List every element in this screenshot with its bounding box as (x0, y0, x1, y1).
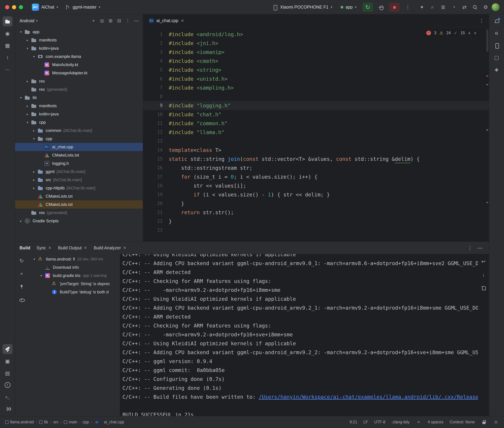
tree-row[interactable]: ▾kotlin+java (15, 44, 143, 52)
code-line[interactable]: 11#include "common.h" (143, 119, 489, 128)
tool-project-button[interactable] (3, 16, 13, 26)
code-line[interactable]: 23 (143, 226, 489, 235)
breadcrumb-item[interactable]: cpp (83, 420, 89, 424)
stop-build-button[interactable] (17, 269, 26, 278)
project-widget[interactable]: AC AiChat ▾ (29, 2, 60, 12)
locate-file-button[interactable] (98, 16, 106, 25)
console-link[interactable]: /Users/hanyin/Workspace/ai-chat/examples… (259, 394, 478, 400)
tree-row[interactable]: ▸manifests (15, 36, 143, 44)
chevron-right-icon[interactable]: ▸ (17, 219, 24, 223)
tree-row[interactable]: MainActivity.kt (15, 61, 143, 69)
status-item[interactable]: LF (363, 420, 368, 424)
scrollbar-thumb[interactable] (486, 29, 488, 52)
chevron-right-icon[interactable]: ▸ (24, 79, 31, 83)
tree-row[interactable]: ▸common[AiChat.lib.main] (15, 126, 143, 135)
status-item[interactable]: 9:21 (350, 420, 357, 424)
build-tree-row[interactable]: 'jvmTarget: String' is deprec (28, 280, 120, 288)
tree-row[interactable]: ▾lib (15, 93, 143, 102)
chevron-down-icon[interactable]: ▾ (17, 30, 24, 34)
close-tab-icon[interactable]: × (123, 245, 127, 251)
tree-row[interactable]: ▾app (15, 28, 143, 36)
next-problem-button[interactable]: ∨ (474, 31, 477, 35)
more-actions-button[interactable] (403, 3, 412, 12)
profiler-button[interactable] (449, 3, 458, 12)
chevron-down-icon[interactable]: ▾ (31, 55, 37, 58)
tree-row[interactable]: ▸cpp-httplib[AiChat.lib.main] (15, 184, 143, 192)
device-selector[interactable]: Xiaomi POCOPHONE F1 ▾ (270, 3, 335, 11)
lock-icon[interactable] (481, 419, 487, 425)
project-view-mode[interactable]: Android (19, 18, 34, 23)
tree-row[interactable]: logging.h (15, 159, 143, 167)
tree-row[interactable]: ▸res (15, 77, 143, 85)
status-item[interactable]: .clang-tidy (392, 420, 410, 424)
build-tab-build-analyzer[interactable]: Build Analyzer× (94, 245, 127, 251)
tool-device-explorer-button[interactable] (3, 356, 13, 366)
hide-panel-button[interactable] (132, 16, 140, 25)
tool-commit-button[interactable] (3, 28, 13, 38)
close-tab-icon[interactable]: × (180, 18, 185, 24)
code-line[interactable]: 2#include <jni.h> (143, 39, 489, 48)
code-search-button[interactable] (428, 3, 437, 12)
tree-row[interactable]: ▸Gradle Scripts (15, 217, 143, 225)
code-line[interactable]: 15static std::string join(const std::vec… (143, 155, 489, 163)
tool-pull-requests-button[interactable] (3, 52, 13, 62)
code-line[interactable]: 5#include <string> (143, 66, 489, 74)
chevron-right-icon[interactable]: ▸ (31, 170, 37, 174)
code-line[interactable]: 13 (143, 137, 489, 146)
code-line[interactable]: 21 return str.str(); (143, 208, 489, 217)
tree-row[interactable]: ▸manifests (15, 102, 143, 110)
error-stripe[interactable] (486, 27, 489, 241)
profile-avatar[interactable] (492, 3, 500, 11)
chevron-right-icon[interactable]: ▸ (24, 104, 31, 108)
settings-button[interactable] (481, 3, 490, 12)
code-line[interactable]: 20 } (143, 199, 489, 208)
ai-assistant-button[interactable] (417, 3, 427, 12)
tree-row[interactable]: ▸ggml[AiChat.lib.main] (15, 167, 143, 176)
build-tree-row[interactable]: Download info (28, 263, 120, 272)
tool-device-manager-button[interactable] (492, 41, 502, 50)
breadcrumb-item[interactable]: main (64, 420, 77, 424)
chevron-down-icon[interactable]: ▾ (31, 137, 37, 141)
close-tab-icon[interactable]: × (48, 245, 52, 251)
chevron-right-icon[interactable]: ▸ (24, 112, 31, 116)
code-line[interactable]: 12#include "llama.h" (143, 128, 489, 137)
scroll-to-end-button[interactable] (479, 270, 488, 279)
error-mark[interactable] (486, 75, 488, 76)
tool-gradle-button[interactable] (492, 28, 502, 38)
close-tab-icon[interactable]: × (83, 245, 87, 251)
soft-wrap-button[interactable] (479, 257, 488, 266)
build-tree-row[interactable]: BuildType 'debug' is both d (28, 288, 120, 296)
code-line[interactable]: 8 (143, 92, 489, 101)
tree-row[interactable]: CMakeLists.txt (15, 151, 143, 159)
tree-row[interactable]: CMakeLists.txt (15, 200, 143, 209)
build-tab-build-output[interactable]: Build Output× (58, 245, 87, 251)
run-button[interactable] (362, 3, 373, 12)
panel-options-button[interactable] (124, 16, 132, 25)
tree-row[interactable]: CMakeLists.txt (15, 192, 143, 200)
run-config-selector[interactable]: app ▾ (338, 3, 359, 11)
debug-button[interactable] (376, 3, 386, 12)
breadcrumb-item[interactable]: src (53, 420, 59, 424)
tree-row[interactable]: res(generated) (15, 209, 143, 217)
collapse-all-button[interactable] (115, 16, 123, 25)
sync-button[interactable] (17, 256, 26, 265)
tree-row[interactable]: res(generated) (15, 85, 143, 93)
tree-row[interactable]: ▸src[AiChat.lib.main] (15, 176, 143, 184)
pin-button[interactable] (17, 282, 26, 291)
chevron-right-icon[interactable]: ▸ (31, 186, 37, 190)
build-panel-title[interactable]: Build (19, 246, 30, 250)
build-console[interactable]: C/C++: -- Using KleidiAI optimized kerne… (120, 254, 478, 416)
tree-row[interactable]: ▾cpp (15, 135, 143, 143)
chevron-down-icon[interactable]: ▾ (17, 96, 24, 100)
tree-row[interactable]: ▾com.example.llama (15, 52, 143, 61)
ok-mark[interactable] (486, 130, 488, 130)
chevron-right-icon[interactable]: ▸ (31, 178, 37, 182)
breadcrumb-item[interactable]: llama.android (5, 420, 34, 424)
tool-notifications-button[interactable] (492, 16, 502, 26)
add-button[interactable] (89, 16, 98, 25)
minimize-window-button[interactable] (12, 5, 16, 9)
chevron-right-icon[interactable]: ▸ (31, 129, 37, 132)
tool-terminal-button[interactable] (3, 392, 13, 402)
error-mark[interactable] (486, 84, 488, 85)
editor-options-button[interactable] (477, 16, 486, 25)
